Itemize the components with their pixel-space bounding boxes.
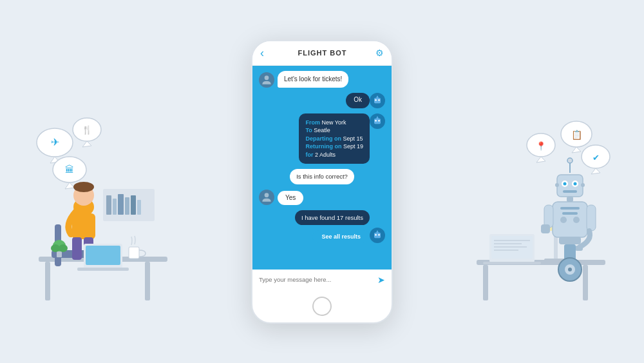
svg-rect-21 <box>86 246 120 265</box>
svg-point-43 <box>378 119 380 121</box>
bot-result-group: I have found 17 results See all results <box>295 210 370 243</box>
svg-point-82 <box>555 183 559 187</box>
svg-rect-18 <box>72 237 82 260</box>
scene: ✈ 🍴 🏛 <box>0 0 644 363</box>
svg-rect-76 <box>557 175 583 197</box>
svg-marker-5 <box>82 141 91 147</box>
home-button-area <box>252 290 392 322</box>
svg-rect-90 <box>544 205 553 228</box>
message-row-6: I have found 17 results See all results <box>259 210 385 243</box>
svg-point-49 <box>378 234 380 236</box>
bot-avatar-3 <box>370 228 385 243</box>
msg-question: Is this info correct? <box>290 169 354 184</box>
svg-rect-23 <box>129 247 139 259</box>
svg-text:📍: 📍 <box>536 141 547 152</box>
msg-lets-look: Let's look for tickets! <box>278 71 348 88</box>
svg-rect-31 <box>118 194 124 215</box>
message-row-4: Is this info correct? <box>259 169 385 184</box>
svg-rect-33 <box>131 195 136 215</box>
message-row-2: Ok <box>259 93 385 108</box>
svg-rect-70 <box>483 262 541 264</box>
svg-point-98 <box>568 268 572 271</box>
svg-rect-17 <box>72 213 95 239</box>
svg-text:📋: 📋 <box>571 130 583 141</box>
svg-rect-51 <box>377 231 378 233</box>
msg-ok: Ok <box>346 93 370 108</box>
msg-results: I have found 17 results <box>295 210 370 225</box>
user-avatar <box>259 72 274 88</box>
svg-point-37 <box>375 99 377 101</box>
send-button[interactable]: ➤ <box>377 275 385 285</box>
svg-rect-40 <box>377 95 378 97</box>
svg-text:🍴: 🍴 <box>82 124 93 135</box>
svg-point-89 <box>573 217 580 223</box>
svg-rect-34 <box>137 200 141 215</box>
svg-point-79 <box>564 182 567 186</box>
svg-rect-32 <box>125 197 129 215</box>
svg-point-27 <box>59 244 68 252</box>
svg-text:🏛: 🏛 <box>65 164 74 175</box>
gear-icon[interactable]: ⚙ <box>375 48 384 58</box>
svg-rect-63 <box>583 265 588 300</box>
bot-avatar-1 <box>370 93 385 108</box>
home-button[interactable] <box>312 297 332 316</box>
phone-header: ‹ FLIGHT BOT ⚙ <box>252 41 392 66</box>
right-robot-illustration: 📋 📍 ✔ <box>457 105 625 324</box>
svg-rect-81 <box>563 190 577 193</box>
svg-point-42 <box>375 119 377 121</box>
svg-rect-30 <box>113 199 117 215</box>
svg-point-46 <box>265 193 269 197</box>
svg-marker-57 <box>536 157 545 162</box>
svg-rect-87 <box>562 212 578 215</box>
svg-rect-45 <box>377 116 378 118</box>
svg-rect-36 <box>374 97 381 103</box>
svg-text:✈: ✈ <box>51 137 59 148</box>
phone-body: ‹ FLIGHT BOT ⚙ Let's look for tickets! O… <box>251 40 393 324</box>
message-row-3: From New York To Seatle Departing on Sep… <box>259 113 385 164</box>
svg-point-80 <box>574 182 577 186</box>
svg-marker-60 <box>591 168 600 174</box>
bot-avatar-2 <box>370 113 385 129</box>
svg-rect-41 <box>374 118 381 123</box>
svg-rect-47 <box>374 233 381 238</box>
svg-rect-93 <box>575 246 583 251</box>
svg-rect-84 <box>567 197 573 202</box>
svg-point-35 <box>265 75 269 80</box>
svg-rect-92 <box>587 205 596 231</box>
message-row-5: Yes <box>259 190 385 205</box>
chat-area: Let's look for tickets! Ok From New York… <box>252 66 392 270</box>
input-area: ➤ <box>252 270 392 290</box>
see-all-button[interactable]: See all results <box>312 230 370 243</box>
svg-point-26 <box>51 244 60 252</box>
message-input[interactable] <box>259 276 374 283</box>
svg-point-75 <box>567 158 573 163</box>
svg-marker-54 <box>572 147 581 153</box>
svg-rect-10 <box>45 262 50 300</box>
message-row-1: Let's look for tickets! <box>259 71 385 88</box>
svg-rect-94 <box>559 237 581 244</box>
svg-rect-62 <box>483 265 488 300</box>
svg-rect-91 <box>541 224 550 233</box>
msg-yes: Yes <box>278 191 303 205</box>
phone: ‹ FLIGHT BOT ⚙ Let's look for tickets! O… <box>251 40 393 324</box>
svg-point-83 <box>581 183 585 187</box>
svg-rect-11 <box>145 262 150 300</box>
svg-point-38 <box>378 99 380 101</box>
back-button[interactable]: ‹ <box>260 46 264 60</box>
svg-rect-86 <box>560 207 580 210</box>
svg-rect-22 <box>77 268 129 271</box>
phone-title: FLIGHT BOT <box>269 49 375 57</box>
svg-marker-8 <box>65 182 74 189</box>
svg-point-48 <box>375 234 377 236</box>
msg-info: From New York To Seatle Departing on Sep… <box>299 113 370 164</box>
svg-rect-29 <box>106 195 111 215</box>
left-person-illustration: ✈ 🍴 🏛 <box>19 105 187 324</box>
user-avatar-2 <box>259 190 274 205</box>
svg-point-88 <box>560 217 567 223</box>
svg-point-16 <box>73 182 94 192</box>
svg-text:✔: ✔ <box>592 153 600 162</box>
